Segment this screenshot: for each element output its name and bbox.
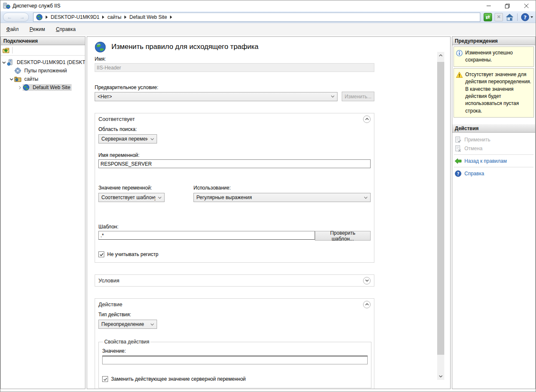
breadcrumb-item-server[interactable]: DESKTOP-U1MK9D1 xyxy=(51,14,99,20)
collapse-up-icon[interactable] xyxy=(363,301,371,308)
pattern-field[interactable] xyxy=(98,231,315,240)
globe-icon[interactable] xyxy=(36,14,43,20)
close-button[interactable] xyxy=(517,0,536,11)
alert-warning: Отсутствует значение для действия переоп… xyxy=(454,68,534,118)
match-section: Соответствует Область поиска: Серверная … xyxy=(95,113,374,263)
apply-action[interactable]: Применить xyxy=(452,135,535,144)
restore-button[interactable] xyxy=(498,0,517,11)
test-pattern-button[interactable]: Проверить шаблон... xyxy=(315,231,371,241)
action-type-dropdown[interactable]: Переопределение xyxy=(98,320,157,329)
help-icon[interactable]: ? xyxy=(521,13,529,21)
conditions-section: Условия xyxy=(95,274,374,287)
menu-help[interactable]: Справка xyxy=(56,26,76,32)
chevron-down-icon xyxy=(150,137,154,141)
action-section: Действие Тип действия: Переопределение xyxy=(95,298,374,389)
cancel-doc-x-icon xyxy=(455,145,461,152)
menu-view[interactable]: Режим xyxy=(30,26,45,32)
collapse-down-icon[interactable] xyxy=(363,277,371,284)
chevron-expanded-icon[interactable] xyxy=(1,61,7,64)
ignore-case-checkbox[interactable] xyxy=(98,251,104,257)
precondition-dropdown[interactable]: <Нет> xyxy=(95,92,338,101)
tree-item-label: Default Web Site xyxy=(31,84,72,91)
connections-panel: Подключения xyxy=(0,36,85,389)
pattern-label: Шаблон: xyxy=(98,224,371,230)
home-icon[interactable] xyxy=(505,13,514,21)
check-icon xyxy=(103,377,108,382)
using-label: Использование: xyxy=(193,185,371,191)
conditions-section-header[interactable]: Условия xyxy=(95,275,374,286)
toolbar-separator xyxy=(12,47,13,54)
breadcrumb-arrow-icon xyxy=(46,15,48,19)
action-properties-legend: Свойства действия xyxy=(103,339,150,345)
apply-doc-check-icon xyxy=(455,136,461,143)
breadcrumb-item-default-web-site[interactable]: Default Web Site xyxy=(129,14,167,20)
action-properties-group: Свойства действия Значение: Заменить xyxy=(98,339,371,388)
vertical-scrollbar[interactable] xyxy=(437,52,444,380)
stop-icon[interactable]: ✕ xyxy=(495,13,503,21)
precondition-label: Предварительное условие: xyxy=(95,85,374,90)
action-section-header[interactable]: Действие xyxy=(95,299,374,310)
feature-globe-icon xyxy=(95,41,106,53)
chevron-expanded-icon[interactable] xyxy=(8,77,14,81)
save-connection-icon[interactable] xyxy=(3,47,10,54)
breadcrumb-arrow-icon xyxy=(102,15,104,19)
actions-header: Действия xyxy=(452,124,535,133)
alert-info: Изменения успешно сохранены. xyxy=(454,46,534,67)
back-to-rules-link[interactable]: Назад к правилам xyxy=(452,156,535,165)
help-circle-icon: ? xyxy=(455,170,461,177)
help-menu[interactable]: ? xyxy=(521,13,533,21)
cancel-action[interactable]: Отмена xyxy=(452,144,535,153)
action-type-label: Тип действия: xyxy=(98,312,371,318)
scroll-up-icon[interactable] xyxy=(437,52,444,59)
breadcrumb-item-sites[interactable]: сайты xyxy=(107,14,121,20)
replace-value-checkbox[interactable] xyxy=(102,376,108,382)
back-arrow-icon xyxy=(455,158,461,164)
action-value-field[interactable] xyxy=(102,356,368,364)
minimize-button[interactable] xyxy=(479,0,498,11)
replace-value-label: Заменить действующее значение серверной … xyxy=(111,376,246,382)
collapse-up-icon[interactable] xyxy=(363,115,371,123)
info-icon xyxy=(456,50,463,56)
variable-value-label: Значение переменной: xyxy=(98,185,193,191)
tree-item-label: Пулы приложений xyxy=(23,67,68,74)
chevron-down-icon xyxy=(158,196,162,200)
check-icon xyxy=(99,252,104,257)
edit-precondition-button[interactable]: Изменить... xyxy=(342,92,374,101)
nav-buttons: ← → xyxy=(3,13,29,22)
window-title: Диспетчер служб IIS xyxy=(13,3,60,9)
svg-text:?: ? xyxy=(457,171,459,176)
scroll-down-icon[interactable] xyxy=(437,373,444,380)
site-globe-icon xyxy=(23,84,30,91)
action-value-label: Значение: xyxy=(102,348,368,354)
iis-manager-window: Диспетчер служб IIS ← → DESKTO xyxy=(0,0,536,392)
refresh-icon[interactable]: ⇄ xyxy=(484,13,492,21)
breadcrumb-arrow-icon xyxy=(170,15,172,19)
main-content: Изменить правило для исходящего трафика … xyxy=(87,36,451,389)
match-section-header[interactable]: Соответствует xyxy=(95,113,374,125)
tree-item-sites[interactable]: сайты xyxy=(1,75,85,83)
name-field[interactable] xyxy=(95,63,374,72)
tree-item-server[interactable]: DESKTOP-U1MK9D1 (DESKTO xyxy=(1,58,85,67)
back-icon[interactable]: ← xyxy=(7,15,12,20)
connections-header: Подключения xyxy=(1,37,85,45)
breadcrumb: DESKTOP-U1MK9D1 сайты Default Web Site xyxy=(33,13,480,22)
tree-item-app-pools[interactable]: Пулы приложений xyxy=(1,67,85,75)
scope-dropdown[interactable]: Серверная переменн xyxy=(98,134,157,143)
page-title: Изменить правило для исходящего трафика xyxy=(111,43,258,51)
toolbar-separator xyxy=(517,13,518,21)
forward-icon[interactable]: → xyxy=(20,15,25,20)
actions-separator xyxy=(454,167,533,167)
variable-value-dropdown[interactable]: Соответствует шаблону xyxy=(98,193,165,202)
server-icon xyxy=(7,59,14,66)
variable-name-field[interactable] xyxy=(98,159,371,168)
scrollbar-thumb[interactable] xyxy=(437,62,444,355)
warning-icon xyxy=(456,72,463,78)
menu-file[interactable]: Файл xyxy=(6,26,19,32)
chevron-collapsed-icon[interactable] xyxy=(17,86,23,90)
help-link[interactable]: ? Справка xyxy=(452,169,535,178)
using-dropdown[interactable]: Регулярные выражения xyxy=(193,193,371,202)
chevron-down-icon xyxy=(364,196,368,200)
scope-label: Область поиска: xyxy=(98,126,371,132)
tree-item-default-web-site[interactable]: Default Web Site xyxy=(1,83,85,92)
variable-name-label: Имя переменной: xyxy=(98,152,371,158)
